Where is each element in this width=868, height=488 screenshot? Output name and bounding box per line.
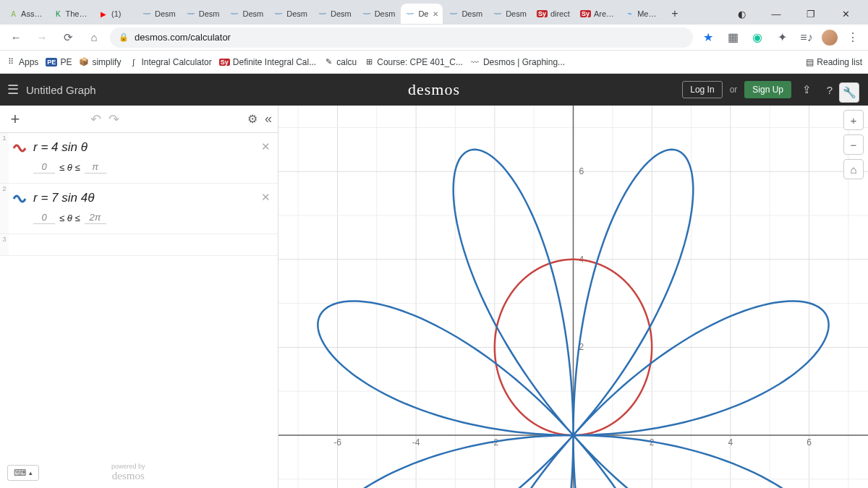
expression-number: 1 bbox=[0, 133, 9, 183]
expression-formula[interactable]: r = 4 sin θ bbox=[33, 140, 272, 155]
add-expression-button[interactable]: + bbox=[6, 110, 25, 129]
reading-list-button[interactable]: ▤ Reading list bbox=[806, 57, 862, 67]
url-text: desmos.com/calculator bbox=[135, 32, 231, 43]
domain-max-input[interactable] bbox=[85, 160, 106, 174]
close-tab-icon[interactable]: ✕ bbox=[433, 10, 438, 18]
svg-text:-6: -6 bbox=[333, 437, 341, 448]
settings-gear-icon[interactable]: ⚙ bbox=[247, 112, 258, 126]
browser-tab[interactable]: ▶(1) bbox=[94, 4, 136, 24]
graph-canvas[interactable]: -6-4-2246246 bbox=[278, 106, 868, 488]
expression-row[interactable]: 3 bbox=[0, 234, 278, 256]
browser-tab[interactable]: ~Messe bbox=[621, 4, 664, 24]
app-header: ☰ Untitled Graph desmos Log In or Sign U… bbox=[0, 74, 868, 106]
grammarly-icon[interactable]: ◉ bbox=[748, 28, 767, 47]
bookmarks-bar: ⠿AppsPEPE📦simplify∫Integral CalculatorSy… bbox=[0, 51, 868, 74]
redo-button[interactable]: ↷ bbox=[109, 111, 119, 127]
notifications-icon[interactable]: ◐ bbox=[731, 3, 752, 25]
address-bar: ← → ⟳ ⌂ 🔒 desmos.com/calculator ★ ▦ ◉ ✦ … bbox=[0, 25, 868, 51]
login-button[interactable]: Log In bbox=[682, 81, 722, 98]
browser-tab[interactable]: 〰Desm bbox=[137, 4, 180, 24]
browser-tab[interactable]: 〰Desm bbox=[357, 4, 400, 24]
share-icon[interactable]: ⇪ bbox=[799, 83, 814, 96]
or-label: or bbox=[730, 85, 738, 95]
lock-icon: 🔒 bbox=[119, 33, 129, 42]
graph-settings-button[interactable]: 🔧 bbox=[839, 82, 859, 103]
browser-tab[interactable]: SyArea B bbox=[576, 4, 619, 24]
home-button[interactable]: ⌂ bbox=[84, 27, 104, 48]
zoom-in-button[interactable]: + bbox=[843, 110, 864, 130]
zoom-out-button[interactable]: − bbox=[843, 134, 864, 155]
color-swatch[interactable] bbox=[12, 140, 27, 156]
svg-text:6: 6 bbox=[579, 166, 584, 176]
desmos-logo: desmos bbox=[408, 80, 460, 99]
reading-list-icon: ▤ bbox=[806, 57, 814, 67]
svg-text:6: 6 bbox=[807, 437, 812, 448]
zoom-controls: 🔧 + − ⌂ bbox=[843, 110, 864, 179]
new-tab-button[interactable]: + bbox=[665, 4, 684, 23]
domain-min-input[interactable] bbox=[33, 211, 55, 224]
delete-expression-icon[interactable]: ✕ bbox=[261, 140, 271, 153]
workspace: + ↶ ↷ ⚙ « 1r = 4 sin θ≤ θ ≤✕2r = 7 sin 4… bbox=[0, 106, 868, 488]
browser-tab[interactable]: AAssign bbox=[4, 4, 48, 24]
domain-min-input[interactable] bbox=[33, 160, 55, 174]
expression-formula[interactable]: r = 7 sin 4θ bbox=[33, 191, 272, 205]
profile-avatar[interactable] bbox=[822, 30, 838, 46]
sidebar-footer: ⌨ ▴ powered by desmos bbox=[7, 463, 145, 482]
browser-tab[interactable]: 〰Desm bbox=[225, 4, 268, 24]
browser-tab[interactable]: 〰Desm bbox=[313, 4, 356, 24]
playlist-icon[interactable]: ≡♪ bbox=[797, 28, 816, 47]
grid-extension-icon[interactable]: ▦ bbox=[723, 28, 742, 47]
graph-title[interactable]: Untitled Graph bbox=[26, 84, 96, 96]
color-swatch[interactable] bbox=[12, 191, 27, 207]
help-icon[interactable]: ? bbox=[822, 84, 838, 96]
collapse-panel-icon[interactable]: « bbox=[265, 111, 272, 127]
expression-panel: + ↶ ↷ ⚙ « 1r = 4 sin θ≤ θ ≤✕2r = 7 sin 4… bbox=[0, 106, 278, 488]
keyboard-button[interactable]: ⌨ ▴ bbox=[7, 465, 39, 481]
reload-button[interactable]: ⟳ bbox=[58, 27, 78, 48]
hamburger-icon[interactable]: ☰ bbox=[7, 82, 19, 98]
expression-row[interactable]: 2r = 7 sin 4θ≤ θ ≤✕ bbox=[0, 184, 278, 234]
extensions-icon[interactable]: ✦ bbox=[773, 28, 791, 47]
browser-tab[interactable]: 〰Desm bbox=[182, 4, 224, 24]
svg-text:4: 4 bbox=[728, 437, 733, 448]
domain-row: ≤ θ ≤ bbox=[33, 211, 272, 224]
browser-tab[interactable]: 〰Desm bbox=[444, 4, 487, 24]
domain-max-input[interactable] bbox=[85, 211, 106, 224]
browser-tab[interactable]: 〰De✕ bbox=[401, 4, 443, 24]
browser-tab[interactable]: KThe Se bbox=[49, 4, 93, 24]
graph-pane[interactable]: -6-4-2246246 🔧 + − ⌂ bbox=[278, 106, 868, 488]
back-button[interactable]: ← bbox=[6, 27, 26, 48]
delete-expression-icon[interactable]: ✕ bbox=[261, 191, 271, 204]
forward-button[interactable]: → bbox=[32, 27, 52, 48]
chrome-menu-icon[interactable]: ⋮ bbox=[843, 28, 862, 47]
bookmark-item[interactable]: 📦simplify bbox=[79, 57, 121, 67]
browser-tabstrip: AAssignKThe Se▶(1)〰Desm〰Desm〰Desm〰Desm〰D… bbox=[0, 0, 868, 25]
expression-number: 2 bbox=[0, 184, 9, 234]
bookmark-item[interactable]: SyDefinite Integral Cal... bbox=[219, 57, 316, 67]
omnibox[interactable]: 🔒 desmos.com/calculator bbox=[110, 27, 693, 48]
maximize-icon[interactable]: ❐ bbox=[800, 3, 822, 25]
undo-button[interactable]: ↶ bbox=[90, 111, 101, 127]
bookmark-item[interactable]: PEPE bbox=[46, 57, 72, 67]
browser-tab[interactable]: 〰Desm bbox=[269, 4, 312, 24]
zoom-home-button[interactable]: ⌂ bbox=[843, 159, 864, 179]
svg-text:-4: -4 bbox=[412, 437, 420, 448]
close-window-icon[interactable]: ✕ bbox=[835, 3, 856, 25]
bookmark-item[interactable]: ⠿Apps bbox=[6, 57, 38, 67]
expression-toolbar: + ↶ ↷ ⚙ « bbox=[0, 106, 278, 133]
domain-row: ≤ θ ≤ bbox=[33, 160, 272, 174]
bookmark-item[interactable]: ∫Integral Calculator bbox=[128, 57, 211, 67]
expression-number: 3 bbox=[0, 234, 9, 255]
powered-by: powered by desmos bbox=[111, 463, 145, 482]
browser-tab[interactable]: 〰Desm bbox=[488, 4, 531, 24]
bookmark-item[interactable]: 〰Desmos | Graphing... bbox=[470, 57, 565, 67]
star-icon[interactable]: ★ bbox=[699, 28, 718, 47]
expression-row[interactable]: 1r = 4 sin θ≤ θ ≤✕ bbox=[0, 133, 278, 184]
minimize-icon[interactable]: — bbox=[765, 3, 787, 25]
signup-button[interactable]: Sign Up bbox=[744, 81, 791, 98]
browser-tab[interactable]: Sydirect bbox=[532, 4, 574, 24]
bookmark-item[interactable]: ⊞Course: CPE 401_C... bbox=[364, 57, 463, 67]
bookmark-item[interactable]: ✎calcu bbox=[323, 57, 357, 67]
window-controls: ◐ — ❐ ✕ bbox=[731, 3, 864, 25]
